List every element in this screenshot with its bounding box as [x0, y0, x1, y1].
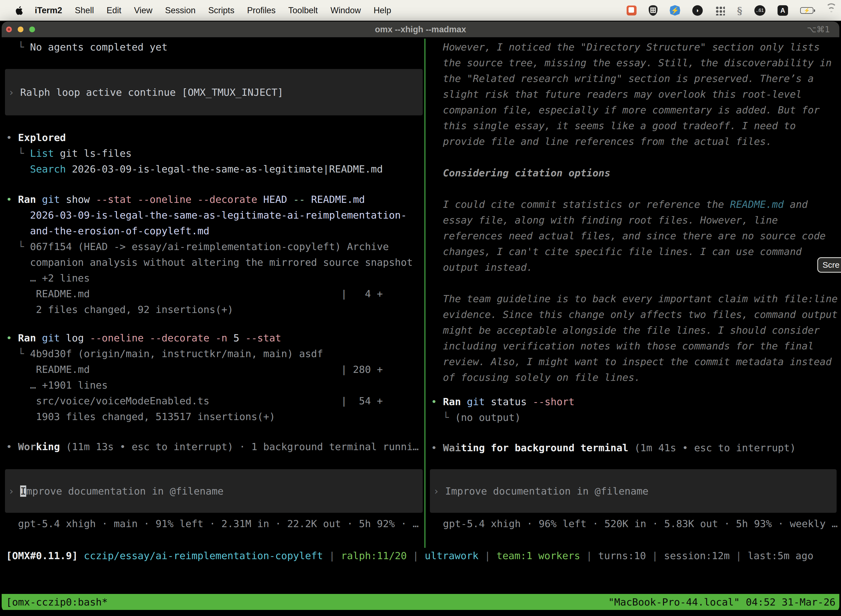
- pie-chart-icon[interactable]: ◗: [692, 5, 703, 16]
- terminal-line: 1903 files changed, 513517 insertions(+): [6, 409, 424, 424]
- menu-item-edit[interactable]: Edit: [107, 6, 121, 15]
- menu-item-app[interactable]: iTerm2: [35, 6, 62, 15]
- terminal-line: src/voice/voiceModeEnabled.ts | 54 +: [6, 393, 424, 409]
- battery-icon[interactable]: ⚡: [800, 7, 813, 14]
- traffic-lights: [6, 22, 35, 37]
- text-token: ultrawork: [425, 550, 478, 561]
- tmux-session-window-label[interactable]: [omx-cczip0:bash*: [6, 596, 108, 608]
- spacer: [6, 424, 424, 439]
- menu-item-scripts[interactable]: Scripts: [208, 6, 234, 15]
- chat-app-icon[interactable]: [627, 6, 637, 15]
- text-token: ›: [8, 87, 20, 98]
- text-token: However, I noticed the "Directory Struct…: [431, 41, 820, 53]
- text-token: Ralph loop active continue [OMX_TMUX_INJ…: [20, 87, 283, 98]
- terminal-line: └ (no output): [431, 409, 840, 425]
- text-token: git: [42, 194, 60, 205]
- text-token: •: [6, 332, 18, 343]
- text-token: └: [431, 412, 455, 423]
- menu-item-view[interactable]: View: [134, 6, 152, 15]
- text-token: 5: [227, 332, 245, 343]
- text-token: [36, 332, 42, 343]
- terminal-line: slight risk that future readers may over…: [431, 87, 840, 102]
- prompt-input[interactable]: › Improve documentation in @filename: [430, 469, 837, 513]
- shield-grid-icon[interactable]: [649, 5, 658, 16]
- text-token: [431, 151, 437, 163]
- text-token: [OMX#0.11.9]: [6, 550, 78, 561]
- spacer: [6, 455, 424, 469]
- percent-61-badge-icon[interactable]: ..61: [755, 5, 765, 16]
- ran-git-status-header: • Ran git status --short: [431, 394, 840, 409]
- apple-menu-icon[interactable]: [14, 6, 24, 15]
- screen-share-overlay-button[interactable]: Scre: [817, 257, 841, 273]
- terminal-line: companion analysis without altering the …: [6, 254, 424, 270]
- text-token: Wai: [443, 442, 461, 453]
- ralph-loop-banner: › Ralph loop active continue [OMX_TMUX_I…: [5, 69, 423, 115]
- spacer: [431, 385, 840, 394]
- text-token: … +2 lines: [6, 273, 90, 284]
- text-token: last:5m ago: [748, 550, 813, 561]
- menu-item-profiles[interactable]: Profiles: [247, 6, 275, 15]
- text-token: including verification notes with those …: [431, 340, 814, 352]
- tmux-pane-right[interactable]: However, I noticed the "Directory Struct…: [426, 37, 840, 548]
- text-token: and: [784, 199, 808, 210]
- tmux-pane-divider[interactable]: [424, 39, 425, 548]
- wifi-icon[interactable]: [826, 6, 837, 15]
- text-token: |: [323, 550, 341, 561]
- tmux-pane-left[interactable]: └ No agents completed yet› Ralph loop ac…: [1, 37, 424, 548]
- text-token: [461, 396, 467, 407]
- menu-item-shell[interactable]: Shell: [75, 6, 94, 15]
- close-button[interactable]: [6, 26, 12, 32]
- terminal-line: … +1901 lines: [6, 377, 424, 393]
- text-token: The team guideline is to back every impo…: [431, 293, 838, 304]
- menu-item-session[interactable]: Session: [165, 6, 195, 15]
- menu-item-help[interactable]: Help: [374, 6, 391, 15]
- explored-list-line: └ List git ls-files: [6, 145, 424, 161]
- terminal-line: the "Related research writing" section i…: [431, 70, 840, 87]
- working-status-line: • Working (11m 13s • esc to interrupt) ·…: [6, 439, 424, 455]
- text-token: mprove documentation in @filename: [26, 485, 224, 497]
- text-token: companion analysis without altering the …: [6, 257, 413, 268]
- hook-glyph-icon[interactable]: §: [737, 5, 742, 16]
- agents-status-line: └ No agents completed yet: [6, 39, 424, 55]
- text-token: ›: [433, 485, 445, 497]
- text-token: show: [60, 194, 96, 205]
- text-token: Improve documentation in @filename: [445, 485, 648, 497]
- text-token: Explored: [18, 132, 66, 143]
- thinking-heading: Considering citation options: [431, 165, 840, 181]
- dots-grid-icon[interactable]: [715, 6, 725, 15]
- text-token: 067f154 (HEAD -> essay/ai-reimplementati…: [30, 241, 389, 252]
- text-token: └: [6, 148, 30, 159]
- text-token: … +1901 lines: [6, 380, 108, 391]
- terminal-line: references need actual files, and since …: [431, 228, 840, 244]
- text-token: evidence. Since this change only affects…: [431, 309, 838, 320]
- text-token: README.md | 4 +: [6, 288, 383, 299]
- text-token: 1903 files changed, 513517 insertions(+): [6, 411, 275, 422]
- terminal-line: companion file, especially if more comme…: [431, 102, 840, 118]
- text-token: session:12m: [664, 550, 730, 561]
- text-token: essay file, along with finding root file…: [431, 214, 778, 226]
- spacer: [6, 177, 424, 192]
- spacer: [431, 425, 840, 440]
- menu-item-window[interactable]: Window: [331, 6, 361, 15]
- spacer: [6, 317, 424, 330]
- text-token: README.md | 280 +: [6, 364, 383, 375]
- minimize-button[interactable]: [18, 26, 23, 32]
- text-token: |: [407, 550, 425, 561]
- window-title-bar[interactable]: omx --xhigh --madmax ⌥⌘1: [1, 22, 840, 37]
- text-token: cczip/essay/ai-reimplementation-copyleft: [84, 550, 323, 561]
- text-token: companion file, especially if more comme…: [431, 104, 820, 116]
- text-token: --stat: [245, 332, 281, 343]
- text-token: provide file and line references from th…: [431, 136, 772, 147]
- text-token: List: [30, 148, 54, 159]
- text-token: ting for background terminal: [461, 442, 628, 453]
- menu-item-toolbelt[interactable]: Toolbelt: [288, 6, 318, 15]
- zoom-button[interactable]: [29, 26, 35, 32]
- input-source-icon[interactable]: A: [778, 5, 788, 16]
- terminal-line: The team guideline is to back every impo…: [431, 291, 840, 307]
- text-token: gpt-5.4 xhigh · main · 91% left · 2.31M …: [6, 518, 419, 529]
- menu-bar-status-icons: ⚡ ◗ § ..61 A ⚡: [627, 0, 837, 21]
- spacer: [431, 456, 840, 469]
- text-token: Ran: [18, 194, 36, 205]
- prompt-input[interactable]: › Improve documentation in @filename: [5, 469, 423, 513]
- blue-badge-icon[interactable]: ⚡: [670, 5, 680, 16]
